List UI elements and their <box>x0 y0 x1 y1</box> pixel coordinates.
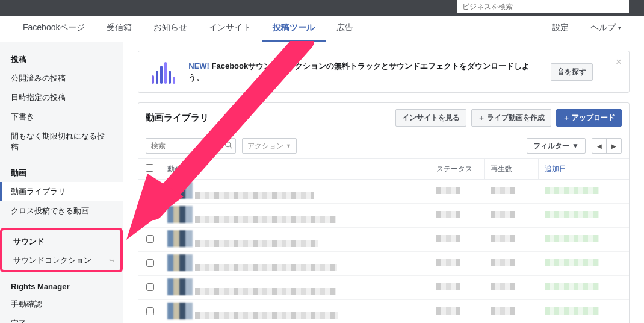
view-insight-button[interactable]: インサイトを見る <box>395 109 466 127</box>
row-checkbox[interactable] <box>146 259 154 267</box>
status-redacted <box>436 235 460 242</box>
video-title-redacted <box>195 216 336 223</box>
video-thumbnail <box>167 206 193 223</box>
video-thumbnail <box>167 230 193 247</box>
tab-right-0[interactable]: 設定 <box>541 16 580 42</box>
sidebar-item[interactable]: 下書き <box>0 107 123 127</box>
panel-title: 動画ライブラリ <box>146 112 391 124</box>
table-row[interactable] <box>138 276 629 300</box>
sidebar-item[interactable]: 公開済みの投稿 <box>0 69 123 88</box>
date-redacted <box>545 235 599 242</box>
chevron-down-icon: ▾ <box>618 25 621 31</box>
status-redacted <box>436 211 460 218</box>
pager-next[interactable]: ▶ <box>607 139 621 153</box>
tab-right-1[interactable]: ヘルプ▾ <box>580 16 632 42</box>
status-redacted <box>436 283 460 290</box>
plays-redacted <box>491 235 515 242</box>
sidebar-group-title: サウンド <box>2 230 120 251</box>
video-title-redacted <box>195 264 337 271</box>
svg-point-0 <box>226 142 231 147</box>
sound-wave-icon <box>149 60 178 84</box>
sidebar-group-title: Rights Manager <box>0 278 123 295</box>
create-live-button[interactable]: ＋ライブ動画を作成 <box>471 109 551 127</box>
video-title-redacted <box>195 192 314 199</box>
row-checkbox[interactable] <box>146 187 154 195</box>
date-redacted <box>545 211 599 218</box>
upload-button[interactable]: ＋アップロード <box>556 109 622 127</box>
table-row[interactable] <box>138 252 629 276</box>
svg-line-1 <box>230 146 232 148</box>
sidebar: 投稿公開済みの投稿日時指定の投稿下書き間もなく期限切れになる投稿動画動画ライブラ… <box>0 42 123 323</box>
popout-icon: ↪ <box>109 257 114 265</box>
row-checkbox[interactable] <box>146 235 154 243</box>
column-date[interactable]: 追加日 <box>539 159 629 179</box>
action-dropdown[interactable]: アクション▼ <box>242 138 297 154</box>
tab-4[interactable]: 投稿ツール <box>262 16 326 42</box>
chevron-down-icon: ▼ <box>286 143 291 149</box>
video-search-input[interactable] <box>146 138 236 154</box>
chevron-down-icon: ▼ <box>572 142 579 150</box>
plays-redacted <box>491 211 515 218</box>
find-sound-button[interactable]: 音を探す <box>551 63 593 81</box>
plays-redacted <box>491 187 515 194</box>
date-redacted <box>545 259 599 266</box>
table-row[interactable] <box>138 204 629 228</box>
tab-1[interactable]: 受信箱 <box>96 16 143 42</box>
video-title-redacted <box>195 312 338 319</box>
pager-prev[interactable]: ◀ <box>592 139 607 153</box>
pager: ◀ ▶ <box>592 138 622 154</box>
tab-2[interactable]: お知らせ <box>143 16 198 42</box>
select-all-checkbox[interactable] <box>146 164 153 172</box>
close-icon[interactable]: × <box>616 56 622 68</box>
sidebar-item[interactable]: 日時指定の投稿 <box>0 88 123 107</box>
row-checkbox[interactable] <box>146 211 154 219</box>
sidebar-item[interactable]: 完了 <box>0 314 123 323</box>
row-checkbox[interactable] <box>146 283 154 291</box>
page-tabs: Facebookページ受信箱お知らせインサイト投稿ツール広告 設定ヘルプ▾ <box>0 16 644 42</box>
sidebar-item[interactable]: クロス投稿できる動画 <box>0 201 123 221</box>
row-checkbox[interactable] <box>146 307 154 315</box>
video-thumbnail <box>167 278 193 295</box>
table-row[interactable] <box>138 180 629 204</box>
column-video[interactable]: 動画 <box>161 159 430 179</box>
tab-5[interactable]: 広告 <box>326 16 364 42</box>
sound-collection-notice: NEW! Facebookサウンドコレクションの無料トラックとサウンドエフェクト… <box>138 51 630 93</box>
date-redacted <box>545 307 599 315</box>
plays-redacted <box>491 259 515 266</box>
column-plays[interactable]: 再生数 <box>485 159 539 179</box>
tab-0[interactable]: Facebookページ <box>12 16 96 42</box>
business-search-input[interactable] <box>457 0 629 13</box>
status-redacted <box>436 307 460 315</box>
notice-text: Facebookサウンドコレクションの無料トラックとサウンドエフェクトをダウンロ… <box>188 61 530 83</box>
sidebar-item[interactable]: サウンドコレクション↪ <box>2 251 120 270</box>
video-thumbnail <box>167 303 193 319</box>
status-redacted <box>436 187 460 194</box>
column-status[interactable]: ステータス <box>430 159 485 179</box>
sidebar-item[interactable]: 手動確認 <box>0 295 123 314</box>
sidebar-item[interactable]: 動画ライブラリ <box>0 182 123 201</box>
plays-redacted <box>491 283 515 290</box>
table-row[interactable] <box>138 300 629 323</box>
video-thumbnail <box>167 182 193 199</box>
video-thumbnail <box>167 254 193 271</box>
search-icon <box>224 141 232 151</box>
date-redacted <box>545 187 599 194</box>
sidebar-group-title: 投稿 <box>0 51 123 69</box>
plays-redacted <box>491 307 515 315</box>
video-title-redacted <box>195 240 318 247</box>
date-redacted <box>545 283 599 290</box>
sidebar-group-title: 動画 <box>0 164 123 182</box>
sidebar-item[interactable]: 間もなく期限切れになる投稿 <box>0 127 123 157</box>
table-row[interactable] <box>138 228 629 252</box>
new-badge: NEW! <box>188 61 209 71</box>
tab-3[interactable]: インサイト <box>198 16 262 42</box>
status-redacted <box>436 259 460 266</box>
video-library-panel: 動画ライブラリ インサイトを見る ＋ライブ動画を作成 ＋アップロード アクション… <box>138 102 630 323</box>
video-title-redacted <box>195 288 336 295</box>
filter-dropdown[interactable]: フィルター▼ <box>527 138 586 154</box>
